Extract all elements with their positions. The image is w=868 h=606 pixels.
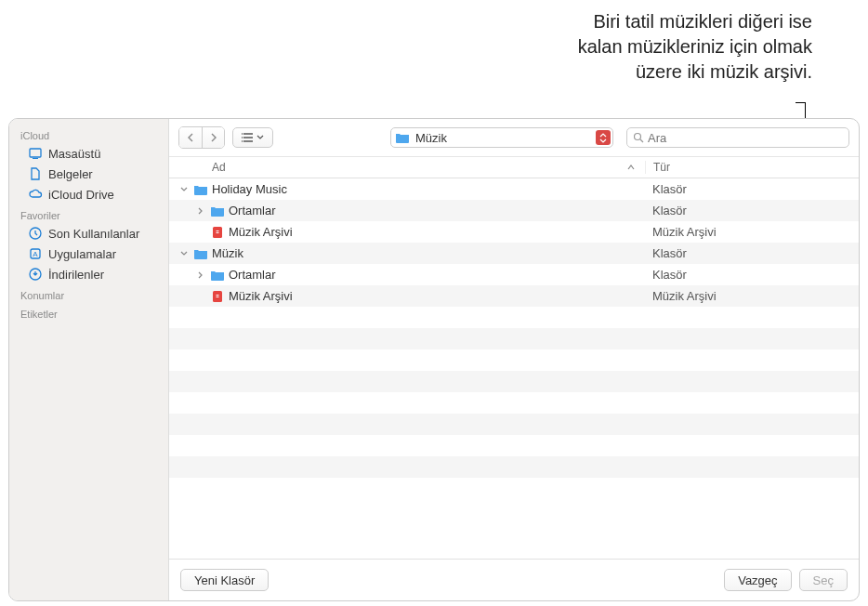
file-name: Ortamlar	[229, 204, 276, 217]
callout-text: Biri tatil müzikleri diğeri ise kalan mü…	[422, 9, 812, 85]
file-row[interactable]: Müzik ArşiviMüzik Arşivi	[169, 285, 859, 307]
disclosure-down-icon[interactable]	[178, 186, 190, 193]
empty-row	[169, 435, 859, 456]
chevron-down-icon	[256, 135, 264, 140]
svg-point-6	[242, 133, 243, 135]
file-type: Klasör	[645, 182, 859, 196]
sidebar-item-recents[interactable]: Son Kullanılanlar	[9, 223, 168, 244]
empty-row	[169, 328, 859, 349]
sidebar-item-label: Masaüstü	[48, 147, 100, 161]
file-row[interactable]: MüzikKlasör	[169, 243, 859, 264]
choose-button[interactable]: Seç	[799, 569, 848, 591]
empty-row	[169, 392, 859, 414]
sidebar-item-documents[interactable]: Belgeler	[9, 164, 168, 184]
sort-ascending-icon	[626, 164, 636, 171]
download-icon	[28, 267, 43, 282]
file-list: Ad Tür Holiday MusicKlasörOrtamlarKlasör…	[169, 157, 859, 559]
sidebar-section-tags: Etiketler	[9, 303, 168, 322]
disclosure-right-icon[interactable]	[195, 207, 206, 215]
cancel-button[interactable]: Vazgeç	[724, 569, 791, 591]
chevron-right-icon	[210, 133, 217, 142]
app-icon: A	[28, 246, 43, 261]
column-header-type-label: Tür	[653, 161, 670, 174]
new-folder-label: Yeni Klasör	[194, 573, 255, 587]
document-icon	[28, 166, 43, 181]
file-type: Klasör	[645, 204, 859, 217]
folder-icon	[210, 268, 225, 283]
file-type: Müzik Arşivi	[645, 289, 859, 303]
callout-line-3: üzere iki müzik arşivi.	[636, 61, 812, 82]
sidebar-item-label: İndirilenler	[48, 268, 104, 282]
empty-row	[169, 307, 859, 328]
svg-text:A: A	[33, 250, 38, 258]
file-type: Klasör	[645, 268, 859, 282]
svg-rect-0	[30, 149, 41, 157]
search-input[interactable]	[648, 131, 843, 145]
svg-point-9	[635, 134, 641, 140]
svg-point-8	[242, 140, 243, 142]
sidebar-item-label: Uygulamalar	[48, 247, 116, 261]
sidebar: iCloud Masaüstü Belgeler iCloud Drive	[9, 119, 169, 600]
file-name: Müzik Arşivi	[229, 225, 293, 239]
path-dropdown[interactable]: Müzik	[390, 127, 613, 148]
list-icon	[242, 132, 255, 143]
search-field[interactable]	[626, 127, 849, 148]
file-type: Klasör	[645, 246, 859, 260]
sidebar-item-label: Belgeler	[48, 167, 93, 181]
svg-point-7	[242, 137, 243, 138]
cancel-label: Vazgeç	[738, 573, 777, 587]
new-folder-button[interactable]: Yeni Klasör	[180, 569, 269, 591]
file-name: Müzik Arşivi	[229, 289, 293, 303]
callout-connector	[796, 102, 805, 103]
choose-label: Seç	[813, 573, 834, 587]
chevron-left-icon	[187, 133, 194, 142]
nav-forward-button[interactable]	[202, 127, 224, 148]
view-options-dropdown[interactable]	[232, 127, 273, 148]
music-archive-icon	[210, 289, 225, 304]
dialog-footer: Yeni Klasör Vazgeç Seç	[169, 559, 859, 600]
music-folder-icon	[395, 130, 410, 145]
column-header-row: Ad Tür	[169, 157, 859, 178]
file-name: Holiday Music	[212, 182, 287, 196]
sidebar-item-downloads[interactable]: İndirilenler	[9, 264, 168, 284]
sidebar-item-icloud-drive[interactable]: iCloud Drive	[9, 184, 168, 204]
folder-icon	[210, 204, 225, 218]
path-label: Müzik	[415, 131, 447, 145]
disclosure-down-icon[interactable]	[178, 250, 190, 257]
column-header-type[interactable]: Tür	[645, 161, 859, 174]
disclosure-right-icon[interactable]	[195, 271, 206, 279]
main-area: Müzik Ad	[169, 119, 859, 600]
nav-back-button[interactable]	[179, 127, 202, 148]
cloud-icon	[28, 187, 43, 202]
folder-icon	[193, 182, 208, 197]
column-header-name[interactable]: Ad	[169, 161, 645, 174]
sidebar-item-label: Son Kullanılanlar	[48, 227, 139, 241]
empty-row	[169, 349, 859, 371]
empty-row	[169, 456, 859, 478]
sidebar-item-desktop[interactable]: Masaüstü	[9, 143, 168, 164]
sidebar-item-applications[interactable]: A Uygulamalar	[9, 244, 168, 264]
file-row[interactable]: Müzik ArşiviMüzik Arşivi	[169, 221, 859, 243]
sidebar-section-icloud: iCloud	[9, 125, 168, 143]
toolbar: Müzik	[169, 119, 859, 157]
dropdown-caret-icon	[596, 130, 611, 145]
svg-rect-1	[33, 158, 38, 159]
sidebar-section-favorites: Favoriler	[9, 204, 168, 223]
empty-row	[169, 414, 859, 435]
folder-icon	[193, 246, 208, 261]
file-type: Müzik Arşivi	[645, 225, 859, 239]
callout-line-2: kalan müzikleriniz için olmak	[578, 36, 812, 57]
column-header-name-label: Ad	[212, 161, 226, 174]
callout-line-1: Biri tatil müzikleri diğeri ise	[593, 11, 812, 32]
sidebar-item-label: iCloud Drive	[48, 188, 114, 202]
file-name: Ortamlar	[229, 268, 276, 282]
sidebar-section-locations: Konumlar	[9, 284, 168, 303]
file-row[interactable]: OrtamlarKlasör	[169, 200, 859, 221]
finder-window: iCloud Masaüstü Belgeler iCloud Drive	[8, 118, 860, 601]
music-archive-icon	[210, 225, 225, 240]
clock-icon	[28, 226, 43, 241]
desktop-icon	[28, 146, 43, 161]
empty-row	[169, 371, 859, 392]
file-row[interactable]: OrtamlarKlasör	[169, 264, 859, 285]
file-row[interactable]: Holiday MusicKlasör	[169, 178, 859, 200]
